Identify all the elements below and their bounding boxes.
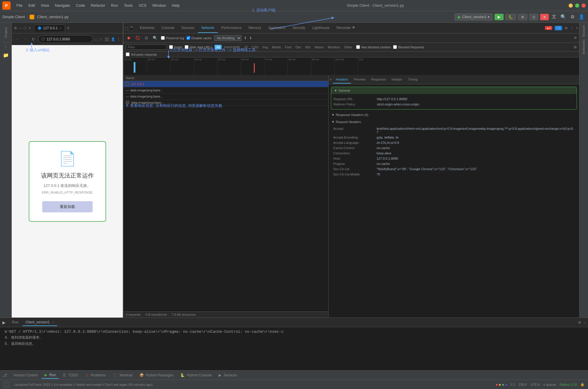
devtools-device-icon[interactable]: 📱 (129, 26, 134, 30)
filter-toggle-btn[interactable]: ⊟ (144, 35, 149, 41)
search-btn[interactable]: 🔍 (152, 35, 159, 41)
folder-icon[interactable]: 📁 (3, 52, 9, 58)
stop-button[interactable]: ■ (540, 14, 549, 20)
filter-font[interactable]: Font (283, 45, 293, 50)
settings-icon[interactable]: ⚙ (569, 13, 576, 21)
browser-close-icon[interactable]: × (29, 25, 31, 31)
reload-btn[interactable]: ↻ (30, 36, 36, 42)
has-blocked-checkbox[interactable]: Has blocked cookies (356, 45, 391, 49)
menu-tools[interactable]: Tools (122, 2, 135, 9)
bottom-tab-python-console[interactable]: 🐍 Python Console (177, 372, 215, 378)
debug-button[interactable]: 🐛 (505, 14, 516, 20)
browser-new-tab-btn[interactable]: + (67, 25, 69, 31)
collapse-btn[interactable]: › (5, 45, 6, 49)
bottom-tab-version-control[interactable]: Version Control (11, 372, 40, 378)
minimize-button[interactable] (569, 4, 573, 8)
network-row-3[interactable]: data:image/png;base... (123, 100, 328, 106)
python-version[interactable]: Python 3.10 (560, 383, 577, 386)
close-panel-btn[interactable]: × (330, 78, 332, 82)
bookmark-icon[interactable]: ☆ (100, 37, 103, 41)
blocked-requests-input[interactable] (393, 45, 397, 49)
export-icon[interactable]: ⬇ (249, 36, 252, 40)
import-icon[interactable]: ⬆ (244, 36, 247, 40)
tab-lighthouse[interactable]: Lighthouse (309, 23, 333, 33)
devtools-settings-icon[interactable]: ⚙ (565, 26, 568, 30)
bottom-tab-services[interactable]: ▶ Services (216, 372, 240, 378)
browser-minimize-icon[interactable]: – (19, 25, 21, 31)
devtools-settings-gear[interactable]: ⚙ (574, 36, 577, 40)
filter-doc[interactable]: Doc (294, 45, 303, 50)
bottom-tab-terminal[interactable]: ⬛ Terminal (110, 372, 135, 378)
tab-recorder[interactable]: Recorder ⚑ (333, 23, 359, 33)
network-row-1[interactable]: — data:image/png;base... (123, 87, 328, 93)
invert-checkbox[interactable]: Invert (169, 45, 182, 49)
project-panel-label[interactable]: Project (4, 25, 8, 40)
devtools-inspect-icon[interactable]: ⬚ (125, 26, 128, 30)
forward-btn[interactable]: → (22, 36, 29, 42)
clear-btn[interactable]: 🚫 (134, 35, 141, 41)
run-minimize-icon[interactable]: – (584, 320, 586, 325)
filter-wasm[interactable]: Wasm (313, 45, 325, 50)
profile-button[interactable]: ◎ (529, 14, 538, 20)
network-row-2[interactable]: — data:image/png;base... (123, 93, 328, 100)
breadcrumb-project[interactable]: Simple Client (2, 15, 25, 19)
run-tab[interactable]: Run (9, 319, 21, 326)
translate-icon[interactable]: 文 (550, 13, 558, 21)
user-icon[interactable]: 👤 (577, 13, 586, 21)
run-settings-icon[interactable]: ⚙ (578, 320, 581, 325)
menu-view[interactable]: View (38, 2, 51, 9)
devtools-close-icon[interactable]: × (576, 26, 578, 30)
devtools-more-icon[interactable]: ⋮ (570, 26, 574, 30)
menu-run[interactable]: Run (109, 2, 120, 9)
blocked-requests-checkbox[interactable]: Blocked Requests (393, 45, 424, 49)
disable-cache-checkbox[interactable]: Disable cache (186, 36, 212, 40)
filter-input[interactable] (126, 45, 167, 50)
menu-edit[interactable]: Edit (26, 2, 37, 9)
cursor-position[interactable]: 2:1 (511, 383, 515, 386)
headers-tab-response[interactable]: Response (368, 76, 389, 83)
filter-fetch[interactable]: Fetch/XHR (222, 45, 242, 50)
filter-js[interactable]: JS (242, 45, 249, 50)
charset[interactable]: UTF-8 (531, 383, 540, 386)
third-party-checkbox[interactable]: 3rd-party requests (126, 52, 577, 56)
headers-tab-headers[interactable]: Headers (333, 76, 351, 83)
line-endings[interactable]: CRLF (519, 383, 527, 386)
cast-icon[interactable]: ⬚ (95, 37, 98, 41)
menu-code[interactable]: Code (74, 2, 87, 9)
browser-tab-close-btn[interactable]: × (60, 27, 61, 30)
tab-network[interactable]: Network (198, 23, 218, 33)
tab-console[interactable]: Console (158, 23, 178, 33)
back-btn[interactable]: ← (14, 36, 21, 42)
menu-navigate[interactable]: Navigate (52, 2, 72, 9)
account-icon[interactable]: 👤 (111, 37, 115, 41)
git-icon[interactable]: ⎇ (2, 373, 7, 378)
filter-manifest[interactable]: Manifest (326, 45, 342, 50)
extension-icon[interactable]: ⬛ (105, 37, 109, 41)
bottom-tab-problems[interactable]: ⚠ Problems (82, 372, 108, 378)
record-btn[interactable]: ⏺ (126, 35, 132, 41)
has-blocked-input[interactable] (356, 45, 360, 49)
network-row-0[interactable]: 127.0.0.1 (123, 81, 328, 87)
run-config-btn[interactable]: ▶ Client_version1 ▾ (455, 13, 493, 21)
bottom-tab-todo[interactable]: ☰ TODO (60, 372, 81, 378)
browser-maximize-icon[interactable]: □ (24, 25, 26, 31)
bottom-tab-run[interactable]: ▶ Run (42, 372, 59, 379)
bottom-tab-python-packages[interactable]: 📦 Python Packages (137, 372, 176, 378)
browser-more-btn[interactable]: ≡ (14, 25, 17, 31)
menu-file[interactable]: File (14, 2, 25, 9)
close-button[interactable] (582, 4, 586, 8)
structure-label[interactable]: Structure (582, 25, 585, 37)
preserve-log-input[interactable] (161, 36, 165, 40)
throttling-select[interactable]: No throttling (214, 35, 242, 41)
tab-performance[interactable]: Performance (218, 23, 245, 33)
disable-cache-input[interactable] (186, 36, 190, 40)
headers-tab-initiator[interactable]: Initiator (389, 76, 405, 83)
indent[interactable]: 4 spaces (543, 383, 556, 386)
reload-button[interactable]: 重新加载 (42, 201, 93, 212)
coverage-button[interactable]: ⊕ (518, 14, 527, 20)
client-tab-close[interactable]: × (52, 321, 54, 324)
tab-elements[interactable]: Elements (136, 23, 158, 33)
browser-menu-icon[interactable]: ⋮ (117, 37, 120, 41)
tab-application[interactable]: Application (265, 23, 289, 33)
response-headers-title[interactable]: ▼ Response Headers (0) (331, 112, 577, 118)
